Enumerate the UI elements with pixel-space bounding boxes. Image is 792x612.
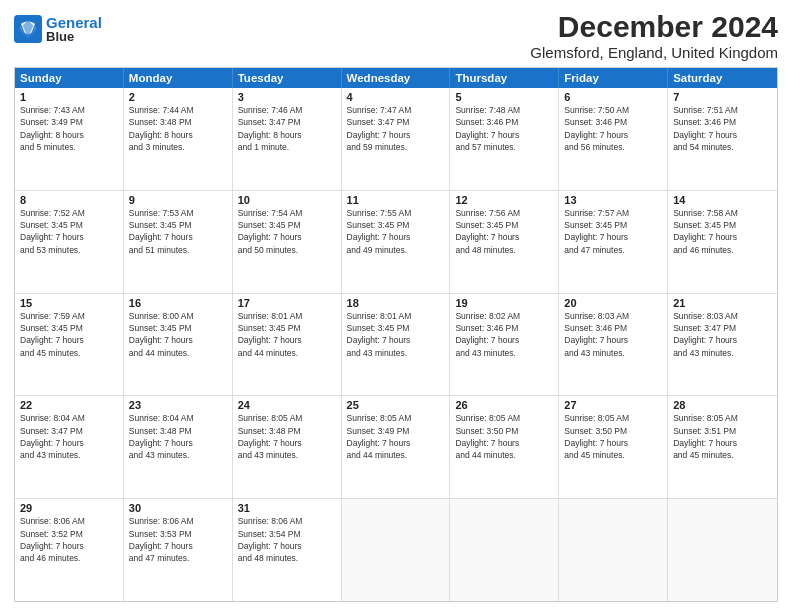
day-info-line: and 53 minutes. [20,244,118,256]
day-info-line: Sunrise: 7:58 AM [673,207,772,219]
day-info-line: Daylight: 7 hours [673,231,772,243]
calendar-cell: 24Sunrise: 8:05 AMSunset: 3:48 PMDayligh… [233,396,342,498]
day-info-line: Sunset: 3:52 PM [20,528,118,540]
calendar-cell: 13Sunrise: 7:57 AMSunset: 3:45 PMDayligh… [559,191,668,293]
day-info-line: and 44 minutes. [238,347,336,359]
day-info-line: and 43 minutes. [564,347,662,359]
day-info-line: Daylight: 7 hours [673,334,772,346]
day-info-line: Sunset: 3:46 PM [673,116,772,128]
day-info-line: Sunrise: 8:04 AM [20,412,118,424]
day-info-line: Sunset: 3:51 PM [673,425,772,437]
day-info-line: Sunset: 3:46 PM [455,322,553,334]
calendar-cell: 26Sunrise: 8:05 AMSunset: 3:50 PMDayligh… [450,396,559,498]
calendar-header-cell: Sunday [15,68,124,88]
day-info-line: Daylight: 7 hours [455,231,553,243]
day-number: 3 [238,91,336,103]
day-info-line: and 43 minutes. [347,347,445,359]
calendar-cell: 11Sunrise: 7:55 AMSunset: 3:45 PMDayligh… [342,191,451,293]
day-info-line: Daylight: 7 hours [673,129,772,141]
day-info-line: Daylight: 7 hours [564,334,662,346]
day-info-line: Daylight: 7 hours [564,129,662,141]
day-info-line: Sunrise: 7:50 AM [564,104,662,116]
day-info-line: and 44 minutes. [129,347,227,359]
day-info-line: Sunset: 3:45 PM [20,322,118,334]
day-info-line: Sunrise: 8:03 AM [673,310,772,322]
calendar-week: 22Sunrise: 8:04 AMSunset: 3:47 PMDayligh… [15,396,777,499]
day-number: 2 [129,91,227,103]
logo-icon [14,15,42,43]
day-info-line: Sunset: 3:46 PM [564,116,662,128]
calendar-cell: 30Sunrise: 8:06 AMSunset: 3:53 PMDayligh… [124,499,233,601]
day-info-line: Sunset: 3:54 PM [238,528,336,540]
calendar-body: 1Sunrise: 7:43 AMSunset: 3:49 PMDaylight… [15,88,777,601]
day-info-line: Sunrise: 8:00 AM [129,310,227,322]
day-info-line: and 51 minutes. [129,244,227,256]
day-info-line: Sunset: 3:47 PM [20,425,118,437]
day-info-line: Sunrise: 7:55 AM [347,207,445,219]
day-number: 9 [129,194,227,206]
day-info-line: Sunset: 3:50 PM [564,425,662,437]
day-info-line: Sunset: 3:45 PM [238,322,336,334]
calendar-cell: 28Sunrise: 8:05 AMSunset: 3:51 PMDayligh… [668,396,777,498]
day-info-line: and 49 minutes. [347,244,445,256]
day-number: 31 [238,502,336,514]
day-info-line: and 45 minutes. [564,449,662,461]
day-info-line: Daylight: 7 hours [238,437,336,449]
calendar-week: 1Sunrise: 7:43 AMSunset: 3:49 PMDaylight… [15,88,777,191]
calendar-cell: 7Sunrise: 7:51 AMSunset: 3:46 PMDaylight… [668,88,777,190]
day-info-line: Sunrise: 7:53 AM [129,207,227,219]
day-info-line: and 43 minutes. [455,347,553,359]
day-info-line: Sunset: 3:45 PM [455,219,553,231]
day-info-line: Sunset: 3:46 PM [564,322,662,334]
calendar-header-cell: Friday [559,68,668,88]
calendar-week: 29Sunrise: 8:06 AMSunset: 3:52 PMDayligh… [15,499,777,601]
header: General Blue December 2024 Glemsford, En… [14,10,778,61]
calendar-header-cell: Tuesday [233,68,342,88]
day-info-line: Daylight: 7 hours [455,334,553,346]
day-info-line: Sunrise: 8:04 AM [129,412,227,424]
day-info-line: and 43 minutes. [20,449,118,461]
calendar-header-cell: Wednesday [342,68,451,88]
day-info-line: Sunrise: 7:44 AM [129,104,227,116]
day-info-line: Sunrise: 8:02 AM [455,310,553,322]
day-info-line: and 57 minutes. [455,141,553,153]
day-info-line: Sunset: 3:46 PM [455,116,553,128]
day-info-line: and 44 minutes. [347,449,445,461]
day-info-line: Sunset: 3:45 PM [129,322,227,334]
calendar-header-cell: Thursday [450,68,559,88]
calendar-cell: 5Sunrise: 7:48 AMSunset: 3:46 PMDaylight… [450,88,559,190]
day-number: 30 [129,502,227,514]
day-info-line: and 48 minutes. [238,552,336,564]
calendar-cell [450,499,559,601]
day-number: 16 [129,297,227,309]
day-info-line: Daylight: 7 hours [347,129,445,141]
day-number: 4 [347,91,445,103]
day-number: 10 [238,194,336,206]
day-info-line: Sunrise: 7:56 AM [455,207,553,219]
day-info-line: Sunrise: 8:03 AM [564,310,662,322]
day-info-line: Sunrise: 8:01 AM [238,310,336,322]
day-info-line: Sunrise: 8:05 AM [238,412,336,424]
day-info-line: and 48 minutes. [455,244,553,256]
day-info-line: Sunrise: 7:51 AM [673,104,772,116]
calendar-cell [668,499,777,601]
day-info-line: Daylight: 7 hours [347,437,445,449]
calendar: SundayMondayTuesdayWednesdayThursdayFrid… [14,67,778,602]
day-number: 12 [455,194,553,206]
day-number: 22 [20,399,118,411]
calendar-cell [559,499,668,601]
logo-text: General Blue [46,14,102,44]
calendar-cell: 9Sunrise: 7:53 AMSunset: 3:45 PMDaylight… [124,191,233,293]
day-info-line: and 56 minutes. [564,141,662,153]
calendar-cell: 15Sunrise: 7:59 AMSunset: 3:45 PMDayligh… [15,294,124,396]
day-info-line: Daylight: 7 hours [129,437,227,449]
calendar-cell: 17Sunrise: 8:01 AMSunset: 3:45 PMDayligh… [233,294,342,396]
calendar-cell: 22Sunrise: 8:04 AMSunset: 3:47 PMDayligh… [15,396,124,498]
day-number: 7 [673,91,772,103]
day-info-line: Sunset: 3:45 PM [564,219,662,231]
day-info-line: Daylight: 8 hours [129,129,227,141]
day-info-line: and 45 minutes. [20,347,118,359]
calendar-cell [342,499,451,601]
logo: General Blue [14,14,102,44]
day-info-line: Sunset: 3:45 PM [347,322,445,334]
